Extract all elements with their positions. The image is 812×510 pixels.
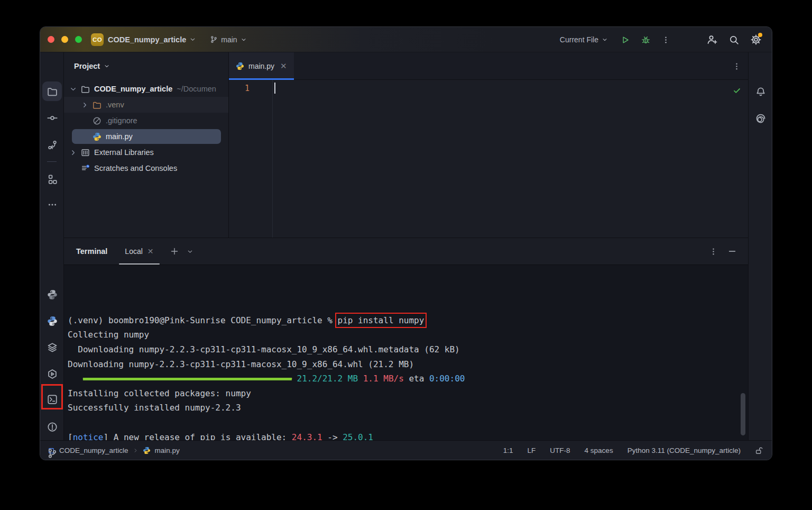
terminal-text-segment: eta [404, 374, 429, 384]
tool-commit-button[interactable] [42, 108, 62, 128]
tool-python-console-button[interactable] [42, 285, 62, 304]
terminal-line: [notice] A new release of pip is availab… [68, 430, 748, 440]
terminal-options-button[interactable] [709, 248, 717, 256]
line-separator[interactable]: LF [528, 447, 536, 454]
chevron-right-icon [81, 101, 89, 109]
terminal-tab-close-icon[interactable]: ✕ [147, 247, 154, 256]
play-icon [621, 35, 630, 44]
tool-more-button[interactable] [42, 195, 62, 214]
status-bar: CODE_numpy_article main.py 1:1 LF UTF-8 … [40, 440, 772, 460]
project-panel: Project CODE_numpy_article ~/Documen [64, 52, 229, 238]
tree-path-suffix: ~/Documen [177, 85, 216, 93]
tool-project-button[interactable] [42, 81, 62, 101]
terminal-text-segment: ] A new release of pip is available: [103, 432, 291, 440]
terminal-text-segment: 1.1 MB/s [363, 374, 404, 384]
indent-style[interactable]: 4 spaces [585, 447, 613, 454]
tool-version-control-button[interactable] [42, 443, 62, 460]
run-configuration-selector[interactable]: Current File [560, 35, 608, 44]
close-button[interactable] [48, 36, 54, 43]
run-configuration-label: Current File [560, 35, 598, 44]
tree-row-gitignore[interactable]: .gitignore [64, 113, 228, 129]
tab-close-icon[interactable]: ✕ [280, 61, 287, 71]
project-name: CODE_numpy_article [108, 35, 186, 44]
terminal-text-segment: 24.3.1 [292, 432, 322, 440]
unlocked-icon[interactable] [755, 447, 763, 455]
notifications-button[interactable] [751, 82, 770, 102]
chevron-down-icon [602, 37, 608, 43]
tool-problems-button[interactable] [42, 417, 62, 436]
titlebar-more-button[interactable] [662, 36, 670, 44]
terminal-line: Collecting numpy [68, 327, 748, 342]
tree-label: External Libraries [94, 148, 154, 157]
terminal-text-segment: 25.0.1 [343, 432, 373, 440]
python-file-icon [93, 132, 102, 141]
tree-row-project-root[interactable]: CODE_numpy_article ~/Documen [64, 81, 228, 97]
plus-icon [170, 247, 179, 256]
run-button[interactable] [621, 35, 630, 44]
file-encoding[interactable]: UTF-8 [550, 447, 570, 454]
kebab-icon [709, 248, 717, 256]
terminal-sessions-dropdown[interactable] [184, 245, 197, 258]
title-bar: CO CODE_numpy_article main Current File [40, 27, 772, 52]
terminal-line: Installing collected packages: numpy [68, 386, 748, 401]
hide-terminal-button[interactable] [728, 247, 736, 256]
branch-selector[interactable]: main [210, 35, 246, 44]
tool-vcs-update-button[interactable] [42, 135, 62, 154]
terminal-scrollbar-thumb[interactable] [741, 393, 745, 435]
minimize-button[interactable] [61, 36, 68, 43]
tool-services-button[interactable] [42, 364, 62, 384]
kebab-icon [733, 62, 741, 70]
tool-terminal-button[interactable] [42, 389, 62, 409]
inspections-ok-icon[interactable] [733, 86, 741, 95]
tree-row-external-libraries[interactable]: External Libraries [64, 144, 228, 160]
gutter-separator [272, 80, 273, 238]
project-panel-title: Project [74, 62, 100, 70]
check-icon [733, 86, 741, 95]
python-console-icon [47, 289, 58, 300]
terminal-text-segment: (.venv) boombro190@Pink-Sunrise CODE_num… [68, 315, 338, 325]
chevron-down-icon [241, 37, 247, 43]
terminal-output[interactable]: (.venv) boombro190@Pink-Sunrise CODE_num… [64, 265, 748, 440]
project-panel-header[interactable]: Project [64, 52, 228, 80]
code-with-me-button[interactable] [707, 34, 717, 45]
zoom-button[interactable] [75, 36, 82, 43]
version-control-icon [47, 448, 58, 459]
debug-button[interactable] [641, 35, 650, 44]
tree-row-scratches[interactable]: Scratches and Consoles [64, 160, 228, 176]
ai-assistant-button[interactable] [751, 108, 770, 128]
project-switcher[interactable]: CODE_numpy_article [104, 35, 196, 44]
python-interpreter[interactable]: Python 3.11 (CODE_numpy_article) [628, 447, 741, 454]
terminal-text-segment: Collecting numpy [68, 330, 149, 340]
tab-main-py[interactable]: main.py ✕ [229, 52, 294, 79]
python-file-icon [143, 447, 151, 454]
new-terminal-session-button[interactable] [168, 245, 181, 258]
settings-button[interactable] [751, 34, 761, 45]
editor-tabs-options-button[interactable] [733, 52, 741, 80]
editor-area: main.py ✕ 1 [229, 52, 748, 238]
tool-structure-button[interactable] [42, 169, 62, 189]
project-badge: CO [91, 33, 104, 46]
editor-tab-bar: main.py ✕ [229, 52, 748, 80]
terminal-text-segment: Downloading numpy-2.2.3-cp311-cp311-maco… [68, 344, 460, 354]
tree-row-venv[interactable]: .venv [64, 97, 228, 113]
caret-position[interactable]: 1:1 [503, 447, 513, 454]
terminal-line: (.venv) boombro190@Pink-Sunrise CODE_num… [68, 313, 748, 328]
terminal-line: ━━━━━━━━━━━━━━━━━━━━━━━━━━━━━━━━━━━━━━━━… [68, 371, 748, 386]
terminal-tab-local[interactable]: Local ✕ [118, 238, 160, 265]
folder-icon [93, 101, 102, 110]
terminal-text-segment [358, 374, 363, 384]
tree-row-main-py[interactable]: main.py [64, 129, 228, 144]
breadcrumb-file[interactable]: main.py [155, 447, 180, 454]
search-everywhere-button[interactable] [729, 35, 739, 45]
terminal-text-segment [292, 374, 297, 384]
editor-content[interactable]: 1 [229, 80, 748, 238]
chevron-down-icon [104, 63, 110, 69]
kebab-icon [662, 36, 670, 44]
tree-label: .gitignore [106, 116, 137, 125]
breadcrumb-project[interactable]: CODE_numpy_article [59, 447, 128, 454]
tool-python-packages-button[interactable] [42, 311, 62, 331]
tool-dependencies-button[interactable] [42, 338, 62, 357]
terminal-text-segment: 0:00:00 [429, 374, 465, 384]
terminal-text-segment: [ [68, 432, 73, 440]
tree-label: main.py [106, 132, 133, 141]
